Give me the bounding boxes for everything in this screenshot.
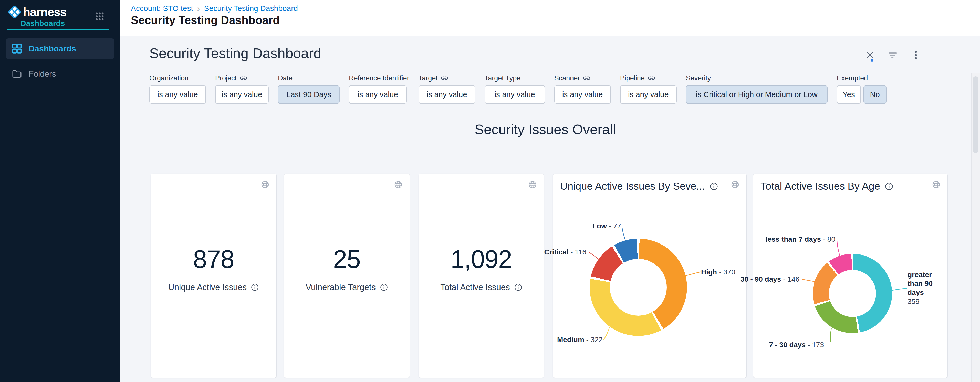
filter-target-type: Target Type is any value bbox=[485, 74, 545, 104]
donut-hole bbox=[829, 270, 876, 317]
chart-card-issues-by-age: Total Active Issues By Age greater than … bbox=[753, 174, 948, 378]
stat-card-unique-active-issues: 878 Unique Active Issues bbox=[151, 174, 277, 378]
filter-exempted: Exempted Yes No bbox=[837, 74, 886, 104]
sidebar-item-dashboards[interactable]: Dashboards bbox=[6, 38, 115, 59]
filter-value-date[interactable]: Last 90 Days bbox=[278, 85, 340, 104]
donut-chart-age[interactable]: greater than 90 days - 3597 - 30 days - … bbox=[753, 174, 947, 378]
donut-chart-severity[interactable]: High - 370Medium - 322Critical - 116Low … bbox=[553, 174, 746, 378]
filter-pipeline: Pipeline is any value bbox=[620, 74, 677, 104]
filter-label: Scanner bbox=[554, 74, 580, 82]
pie-slice-label: Medium - 322 bbox=[557, 335, 603, 344]
filter-severity: Severity is Critical or High or Medium o… bbox=[686, 74, 827, 104]
close-icon[interactable] bbox=[865, 51, 874, 59]
pie-slice-label: High - 370 bbox=[701, 268, 735, 276]
product-label: Dashboards bbox=[21, 19, 65, 28]
folder-icon bbox=[12, 69, 22, 79]
filter-reference-identifier: Reference Identifier is any value bbox=[349, 74, 409, 104]
link-icon bbox=[583, 75, 590, 82]
info-icon[interactable] bbox=[514, 283, 522, 292]
dashboard-content: Security Testing Dashboard Organization … bbox=[120, 36, 980, 382]
stat-value: 1,092 bbox=[450, 247, 512, 272]
page-title: Security Testing Dashboard bbox=[131, 14, 280, 27]
pie-slice-label: 7 - 30 days - 173 bbox=[769, 340, 824, 349]
pie-slice-label: greater than 90 days - 359 bbox=[907, 270, 933, 306]
filter-date: Date Last 90 Days bbox=[278, 74, 340, 104]
dashboard-title: Security Testing Dashboard bbox=[150, 45, 321, 62]
brand-name: harness bbox=[23, 5, 66, 19]
filter-project: Project is any value bbox=[215, 74, 269, 104]
filter-value-severity[interactable]: is Critical or High or Medium or Low bbox=[686, 85, 827, 104]
filter-label: Exempted bbox=[837, 74, 868, 82]
filter-value-target-type[interactable]: is any value bbox=[485, 85, 545, 104]
stat-value: 878 bbox=[193, 247, 234, 272]
sidebar: harness Dashboards Dashboards bbox=[0, 0, 120, 382]
donut-ring[interactable] bbox=[813, 254, 892, 333]
filter-scanner: Scanner is any value bbox=[554, 74, 611, 104]
exempted-no-button[interactable]: No bbox=[864, 85, 886, 104]
breadcrumb-separator: › bbox=[197, 5, 200, 12]
filter-label: Reference Identifier bbox=[349, 74, 409, 82]
chart-card-issues-by-severity: Unique Active Issues By Seve... High - 3… bbox=[553, 174, 747, 378]
filter-icon[interactable] bbox=[889, 51, 897, 59]
cursor-dot bbox=[871, 59, 873, 62]
filter-label: Pipeline bbox=[620, 74, 645, 82]
topbar: Account: STO test › Security Testing Das… bbox=[120, 0, 980, 36]
sidebar-item-label: Dashboards bbox=[29, 44, 76, 54]
app-grid-icon[interactable] bbox=[95, 12, 104, 21]
link-icon bbox=[648, 75, 655, 82]
stat-value: 25 bbox=[333, 247, 360, 272]
filter-target: Target is any value bbox=[418, 74, 476, 104]
brand[interactable]: harness bbox=[8, 5, 66, 19]
sidebar-item-folders[interactable]: Folders bbox=[6, 63, 115, 84]
stat-label: Vulnerable Targets bbox=[305, 282, 375, 292]
stat-card-vulnerable-targets: 25 Vulnerable Targets bbox=[284, 174, 410, 378]
harness-logo-icon bbox=[8, 5, 22, 19]
stat-label: Total Active Issues bbox=[440, 282, 510, 292]
brand-underline bbox=[7, 29, 109, 30]
filter-value-project[interactable]: is any value bbox=[215, 85, 269, 104]
stat-label: Unique Active Issues bbox=[168, 282, 247, 292]
section-title: Security Issues Overall bbox=[120, 121, 970, 137]
filter-label: Project bbox=[215, 74, 237, 82]
donut-ring[interactable] bbox=[590, 239, 687, 336]
pie-slice-label: 30 - 90 days - 146 bbox=[740, 275, 799, 284]
link-icon bbox=[240, 75, 247, 82]
vertical-scrollbar[interactable] bbox=[971, 73, 980, 382]
link-icon bbox=[441, 75, 448, 82]
dashboard-actions bbox=[865, 51, 920, 59]
dashboards-icon bbox=[12, 44, 22, 54]
sidebar-nav: Dashboards Folders bbox=[6, 38, 115, 84]
breadcrumb-dashboard-link[interactable]: Security Testing Dashboard bbox=[204, 4, 298, 13]
filter-label: Severity bbox=[686, 74, 711, 82]
stat-card-total-active-issues: 1,092 Total Active Issues bbox=[418, 174, 544, 378]
sidebar-item-label: Folders bbox=[29, 69, 56, 79]
filter-label: Date bbox=[278, 74, 293, 82]
filter-label: Target bbox=[418, 74, 438, 82]
donut-hole bbox=[610, 259, 667, 316]
pie-slice-label: Critical - 116 bbox=[544, 247, 586, 257]
info-icon[interactable] bbox=[380, 283, 388, 292]
exempted-yes-button[interactable]: Yes bbox=[837, 85, 861, 104]
breadcrumb-account-link[interactable]: Account: STO test bbox=[131, 4, 193, 13]
pie-slice-label: Low - 77 bbox=[592, 222, 621, 230]
filter-value-pipeline[interactable]: is any value bbox=[620, 85, 677, 104]
filter-value-target[interactable]: is any value bbox=[418, 85, 476, 104]
more-options-icon[interactable] bbox=[912, 51, 920, 59]
breadcrumb: Account: STO test › Security Testing Das… bbox=[131, 4, 298, 13]
filter-organization: Organization is any value bbox=[150, 74, 206, 104]
pie-slice-label: less than 7 days - 80 bbox=[765, 235, 835, 244]
filter-value-scanner[interactable]: is any value bbox=[554, 85, 611, 104]
filter-value-organization[interactable]: is any value bbox=[150, 85, 206, 104]
scrollbar-thumb[interactable] bbox=[973, 76, 978, 153]
filter-label: Target Type bbox=[485, 74, 521, 82]
filter-value-reference-identifier[interactable]: is any value bbox=[349, 85, 407, 104]
filter-label: Organization bbox=[150, 74, 189, 82]
filter-bar: Organization is any value Project is any… bbox=[150, 74, 886, 104]
info-icon[interactable] bbox=[251, 283, 259, 292]
